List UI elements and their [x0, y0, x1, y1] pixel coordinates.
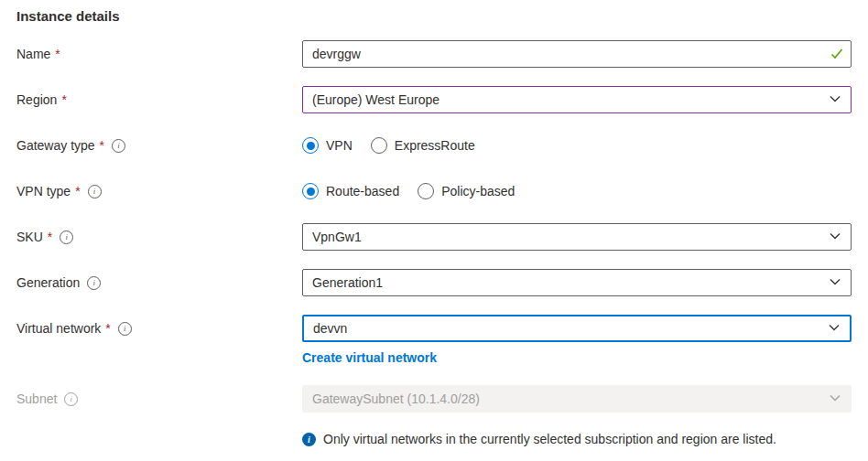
gateway-type-radio-group: VPN ExpressRoute: [302, 132, 852, 159]
info-icon[interactable]: i: [118, 322, 132, 336]
info-icon[interactable]: i: [112, 139, 125, 153]
vpn-type-label: VPN type* i: [16, 177, 302, 205]
region-dropdown[interactable]: (Europe) West Europe: [302, 86, 852, 113]
info-icon[interactable]: i: [60, 230, 73, 244]
subnet-row: Subnet i GatewaySubnet (10.1.4.0/28): [16, 385, 852, 413]
radio-selected-icon: [302, 183, 319, 199]
chevron-down-icon: [829, 92, 841, 108]
radio-unselected-icon: [371, 137, 387, 154]
required-asterisk: *: [55, 47, 60, 61]
info-icon[interactable]: i: [87, 276, 101, 290]
chevron-down-icon: [829, 230, 841, 245]
region-label: Region*: [16, 86, 302, 113]
info-note-text: Only virtual networks in the currently s…: [323, 431, 776, 448]
required-asterisk: *: [105, 321, 110, 336]
name-row: Name*: [16, 40, 852, 68]
sku-label: SKU* i: [16, 223, 302, 251]
generation-value: Generation1: [312, 275, 383, 290]
chevron-down-icon: [829, 391, 841, 407]
radio-option-route-based[interactable]: Route-based: [302, 183, 399, 199]
generation-row: Generation i Generation1: [16, 269, 852, 296]
region-row: Region* (Europe) West Europe: [16, 86, 852, 113]
required-asterisk: *: [61, 92, 66, 107]
virtual-network-dropdown[interactable]: devvn: [302, 315, 852, 342]
required-asterisk: *: [75, 184, 80, 198]
gateway-type-label: Gateway type* i: [16, 132, 302, 159]
section-title: Instance details: [16, 7, 852, 26]
radio-unselected-icon: [418, 183, 434, 199]
gateway-type-row: Gateway type* i VPN ExpressRoute: [16, 132, 852, 159]
create-virtual-network-link[interactable]: Create virtual network: [302, 349, 437, 367]
subnet-dropdown: GatewaySubnet (10.1.4.0/28): [302, 385, 852, 413]
radio-option-expressroute[interactable]: ExpressRoute: [371, 137, 475, 154]
chevron-down-icon: [829, 275, 841, 291]
info-filled-icon: i: [302, 433, 316, 446]
info-note: i Only virtual networks in the currently…: [302, 431, 852, 448]
virtual-network-label: Virtual network* i: [16, 315, 302, 342]
generation-label: Generation i: [16, 269, 302, 296]
subnet-label: Subnet i: [16, 385, 302, 413]
virtual-network-row: Virtual network* i devvn Create virtual …: [16, 315, 852, 367]
info-icon[interactable]: i: [64, 392, 78, 406]
radio-option-vpn[interactable]: VPN: [302, 137, 353, 154]
name-label: Name*: [16, 40, 302, 68]
valid-check-icon: [830, 48, 843, 63]
sku-row: SKU* i VpnGw1: [16, 223, 852, 251]
region-value: (Europe) West Europe: [312, 92, 439, 107]
name-input[interactable]: [302, 40, 852, 68]
chevron-down-icon: [828, 321, 841, 337]
radio-selected-icon: [302, 137, 319, 154]
sku-value: VpnGw1: [312, 230, 362, 244]
generation-dropdown[interactable]: Generation1: [302, 269, 852, 296]
instance-details-section: Instance details Name* Region* (Europe) …: [0, 0, 868, 448]
required-asterisk: *: [48, 230, 52, 244]
vpn-type-row: VPN type* i Route-based Policy-based: [16, 177, 852, 205]
radio-option-policy-based[interactable]: Policy-based: [418, 183, 515, 199]
subnet-value: GatewaySubnet (10.1.4.0/28): [312, 391, 480, 406]
vpn-type-radio-group: Route-based Policy-based: [302, 177, 852, 205]
sku-dropdown[interactable]: VpnGw1: [302, 223, 852, 251]
required-asterisk: *: [100, 138, 104, 153]
virtual-network-value: devvn: [313, 321, 347, 336]
info-icon[interactable]: i: [88, 185, 102, 198]
